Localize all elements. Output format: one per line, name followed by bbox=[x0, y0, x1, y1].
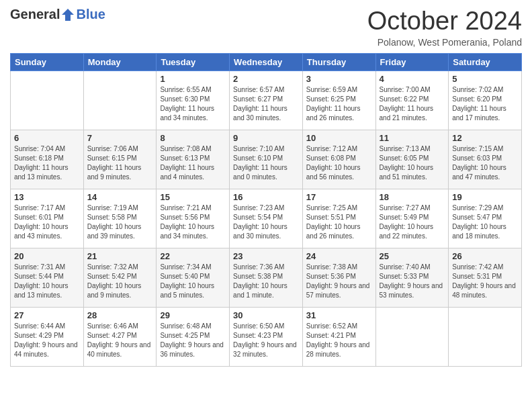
calendar-day-cell: 13Sunrise: 7:17 AM Sunset: 6:01 PM Dayli… bbox=[11, 189, 84, 248]
calendar-day-cell: 11Sunrise: 7:13 AM Sunset: 6:05 PM Dayli… bbox=[375, 130, 449, 189]
calendar-week-row: 13Sunrise: 7:17 AM Sunset: 6:01 PM Dayli… bbox=[11, 189, 522, 248]
day-info: Sunrise: 7:15 AM Sunset: 6:03 PM Dayligh… bbox=[452, 144, 518, 182]
day-of-week-header: Tuesday bbox=[157, 54, 230, 71]
day-number: 29 bbox=[160, 310, 226, 320]
day-of-week-header: Friday bbox=[375, 54, 449, 71]
day-number: 7 bbox=[87, 133, 153, 143]
location: Polanow, West Pomerania, Poland bbox=[367, 37, 522, 48]
day-number: 26 bbox=[452, 251, 518, 261]
day-number: 20 bbox=[14, 251, 80, 261]
day-info: Sunrise: 7:38 AM Sunset: 5:36 PM Dayligh… bbox=[306, 263, 372, 300]
calendar-day-cell: 18Sunrise: 7:27 AM Sunset: 5:49 PM Dayli… bbox=[375, 189, 449, 248]
day-of-week-header: Saturday bbox=[449, 54, 522, 71]
calendar-day-cell: 31Sunrise: 6:52 AM Sunset: 4:21 PM Dayli… bbox=[302, 308, 375, 367]
logo-blue: Blue bbox=[76, 7, 105, 22]
day-number: 17 bbox=[306, 192, 372, 202]
calendar-day-cell: 25Sunrise: 7:40 AM Sunset: 5:33 PM Dayli… bbox=[375, 248, 449, 308]
calendar-day-cell: 22Sunrise: 7:34 AM Sunset: 5:40 PM Dayli… bbox=[157, 248, 230, 308]
day-info: Sunrise: 7:19 AM Sunset: 5:58 PM Dayligh… bbox=[87, 203, 153, 241]
calendar-day-cell: 23Sunrise: 7:36 AM Sunset: 5:38 PM Dayli… bbox=[230, 248, 303, 308]
calendar-day-cell: 24Sunrise: 7:38 AM Sunset: 5:36 PM Dayli… bbox=[302, 248, 375, 308]
calendar-table: SundayMondayTuesdayWednesdayThursdayFrid… bbox=[10, 53, 522, 367]
day-info: Sunrise: 7:08 AM Sunset: 6:13 PM Dayligh… bbox=[160, 144, 226, 182]
calendar-day-cell: 3Sunrise: 6:59 AM Sunset: 6:25 PM Daylig… bbox=[302, 71, 375, 130]
day-number: 1 bbox=[160, 74, 226, 84]
calendar-day-cell: 20Sunrise: 7:31 AM Sunset: 5:44 PM Dayli… bbox=[11, 248, 84, 308]
calendar-day-cell: 2Sunrise: 6:57 AM Sunset: 6:27 PM Daylig… bbox=[230, 71, 303, 130]
calendar-day-cell: 30Sunrise: 6:50 AM Sunset: 4:23 PM Dayli… bbox=[230, 308, 303, 367]
calendar-week-row: 6Sunrise: 7:04 AM Sunset: 6:18 PM Daylig… bbox=[11, 130, 522, 189]
svg-marker-0 bbox=[62, 9, 74, 21]
day-info: Sunrise: 7:40 AM Sunset: 5:33 PM Dayligh… bbox=[380, 263, 445, 300]
day-number: 8 bbox=[160, 133, 226, 143]
main-container: General Blue October 2024 Polanow, West … bbox=[0, 0, 532, 373]
day-info: Sunrise: 7:32 AM Sunset: 5:42 PM Dayligh… bbox=[87, 263, 153, 300]
day-info: Sunrise: 7:10 AM Sunset: 6:10 PM Dayligh… bbox=[233, 144, 299, 182]
day-info: Sunrise: 6:55 AM Sunset: 6:30 PM Dayligh… bbox=[160, 85, 226, 123]
calendar-week-row: 20Sunrise: 7:31 AM Sunset: 5:44 PM Dayli… bbox=[11, 248, 522, 308]
title-section: October 2024 Polanow, West Pomerania, Po… bbox=[367, 7, 522, 48]
day-number: 23 bbox=[233, 251, 299, 261]
calendar-week-row: 1Sunrise: 6:55 AM Sunset: 6:30 PM Daylig… bbox=[11, 71, 522, 130]
day-info: Sunrise: 7:13 AM Sunset: 6:05 PM Dayligh… bbox=[380, 144, 445, 182]
calendar-empty-cell bbox=[11, 71, 84, 130]
logo-general: General bbox=[10, 7, 60, 22]
calendar-day-cell: 21Sunrise: 7:32 AM Sunset: 5:42 PM Dayli… bbox=[83, 248, 157, 308]
calendar-week-row: 27Sunrise: 6:44 AM Sunset: 4:29 PM Dayli… bbox=[11, 308, 522, 367]
day-number: 24 bbox=[306, 251, 372, 261]
day-info: Sunrise: 6:48 AM Sunset: 4:25 PM Dayligh… bbox=[160, 322, 226, 359]
day-number: 25 bbox=[380, 251, 445, 261]
day-info: Sunrise: 7:31 AM Sunset: 5:44 PM Dayligh… bbox=[14, 263, 80, 300]
day-number: 18 bbox=[380, 192, 445, 202]
day-number: 11 bbox=[380, 133, 445, 143]
day-info: Sunrise: 7:02 AM Sunset: 6:20 PM Dayligh… bbox=[452, 85, 518, 123]
day-info: Sunrise: 7:27 AM Sunset: 5:49 PM Dayligh… bbox=[380, 203, 445, 241]
day-number: 6 bbox=[14, 133, 80, 143]
calendar-day-cell: 15Sunrise: 7:21 AM Sunset: 5:56 PM Dayli… bbox=[157, 189, 230, 248]
calendar-day-cell: 27Sunrise: 6:44 AM Sunset: 4:29 PM Dayli… bbox=[11, 308, 84, 367]
calendar-day-cell: 8Sunrise: 7:08 AM Sunset: 6:13 PM Daylig… bbox=[157, 130, 230, 189]
day-info: Sunrise: 7:42 AM Sunset: 5:31 PM Dayligh… bbox=[452, 263, 518, 300]
calendar-day-cell: 1Sunrise: 6:55 AM Sunset: 6:30 PM Daylig… bbox=[157, 71, 230, 130]
day-info: Sunrise: 7:23 AM Sunset: 5:54 PM Dayligh… bbox=[233, 203, 299, 241]
calendar-day-cell: 4Sunrise: 7:00 AM Sunset: 6:22 PM Daylig… bbox=[375, 71, 449, 130]
calendar-empty-cell bbox=[375, 308, 449, 367]
day-number: 31 bbox=[306, 310, 372, 320]
day-number: 2 bbox=[233, 74, 299, 84]
header-row: SundayMondayTuesdayWednesdayThursdayFrid… bbox=[11, 54, 522, 71]
logo: General Blue bbox=[10, 7, 105, 22]
day-info: Sunrise: 7:29 AM Sunset: 5:47 PM Dayligh… bbox=[452, 203, 518, 241]
month-title: October 2024 bbox=[367, 7, 522, 36]
calendar-day-cell: 6Sunrise: 7:04 AM Sunset: 6:18 PM Daylig… bbox=[11, 130, 84, 189]
day-number: 15 bbox=[160, 192, 226, 202]
calendar-day-cell: 19Sunrise: 7:29 AM Sunset: 5:47 PM Dayli… bbox=[449, 189, 522, 248]
calendar-day-cell: 26Sunrise: 7:42 AM Sunset: 5:31 PM Dayli… bbox=[449, 248, 522, 308]
day-number: 5 bbox=[452, 74, 518, 84]
calendar-day-cell: 29Sunrise: 6:48 AM Sunset: 4:25 PM Dayli… bbox=[157, 308, 230, 367]
calendar-day-cell: 9Sunrise: 7:10 AM Sunset: 6:10 PM Daylig… bbox=[230, 130, 303, 189]
calendar-day-cell: 12Sunrise: 7:15 AM Sunset: 6:03 PM Dayli… bbox=[449, 130, 522, 189]
day-number: 27 bbox=[14, 310, 80, 320]
day-info: Sunrise: 6:44 AM Sunset: 4:29 PM Dayligh… bbox=[14, 322, 80, 359]
day-info: Sunrise: 7:21 AM Sunset: 5:56 PM Dayligh… bbox=[160, 203, 226, 241]
day-number: 12 bbox=[452, 133, 518, 143]
day-number: 19 bbox=[452, 192, 518, 202]
day-info: Sunrise: 6:59 AM Sunset: 6:25 PM Dayligh… bbox=[306, 85, 372, 123]
day-number: 3 bbox=[306, 74, 372, 84]
day-info: Sunrise: 7:34 AM Sunset: 5:40 PM Dayligh… bbox=[160, 263, 226, 300]
day-number: 28 bbox=[87, 310, 153, 320]
day-number: 4 bbox=[380, 74, 445, 84]
calendar-day-cell: 17Sunrise: 7:25 AM Sunset: 5:51 PM Dayli… bbox=[302, 189, 375, 248]
day-info: Sunrise: 7:25 AM Sunset: 5:51 PM Dayligh… bbox=[306, 203, 372, 241]
day-info: Sunrise: 6:50 AM Sunset: 4:23 PM Dayligh… bbox=[233, 322, 299, 359]
day-info: Sunrise: 6:52 AM Sunset: 4:21 PM Dayligh… bbox=[306, 322, 372, 359]
day-info: Sunrise: 7:00 AM Sunset: 6:22 PM Dayligh… bbox=[380, 85, 445, 123]
day-of-week-header: Wednesday bbox=[230, 54, 303, 71]
calendar-day-cell: 7Sunrise: 7:06 AM Sunset: 6:15 PM Daylig… bbox=[83, 130, 157, 189]
day-number: 21 bbox=[87, 251, 153, 261]
calendar-empty-cell bbox=[83, 71, 157, 130]
day-info: Sunrise: 7:36 AM Sunset: 5:38 PM Dayligh… bbox=[233, 263, 299, 300]
day-info: Sunrise: 7:06 AM Sunset: 6:15 PM Dayligh… bbox=[87, 144, 153, 182]
day-number: 13 bbox=[14, 192, 80, 202]
day-number: 10 bbox=[306, 133, 372, 143]
